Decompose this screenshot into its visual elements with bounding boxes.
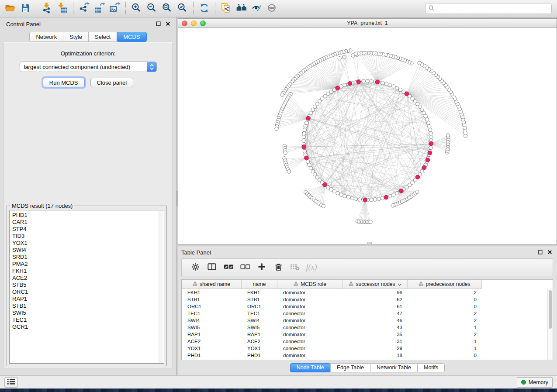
search-input[interactable]	[436, 4, 551, 13]
mcds-dominator-node[interactable]	[336, 86, 340, 90]
mcds-result-item[interactable]: SWI4	[12, 247, 164, 254]
network-node[interactable]	[381, 81, 384, 85]
deselect-all-rows-button[interactable]	[237, 260, 253, 275]
network-node[interactable]	[395, 191, 399, 195]
mcds-dominator-node[interactable]	[375, 80, 380, 84]
network-node[interactable]	[304, 121, 308, 124]
mcds-dominator-node[interactable]	[348, 82, 352, 86]
mcds-dominator-node[interactable]	[415, 175, 420, 179]
open-file-button[interactable]	[2, 2, 17, 16]
mcds-dominator-node[interactable]	[302, 144, 306, 149]
network-node[interactable]	[366, 79, 369, 83]
column-header-shared-name[interactable]: shared name	[182, 280, 242, 289]
network-node[interactable]	[369, 220, 372, 224]
mcds-dominator-node[interactable]	[422, 165, 426, 170]
mcds-dominator-node[interactable]	[405, 92, 409, 96]
tab-network[interactable]: Network	[29, 32, 63, 42]
mcds-result-item[interactable]: YOX1	[12, 240, 164, 247]
export-network-button[interactable]	[76, 2, 92, 16]
mcds-dominator-node[interactable]	[304, 156, 309, 160]
table-row[interactable]: PHD1PHD1dominator180	[182, 352, 553, 359]
export-image-button[interactable]	[107, 2, 122, 16]
window-close-button[interactable]	[182, 21, 187, 26]
mcds-result-item[interactable]: PMA2	[12, 261, 164, 268]
table-row[interactable]: ACE2ACE2connector311	[182, 338, 553, 345]
network-node[interactable]	[343, 55, 346, 59]
network-node[interactable]	[302, 131, 306, 135]
network-node[interactable]	[429, 131, 432, 135]
mcds-result-item[interactable]: ORC1	[12, 289, 164, 296]
network-node[interactable]	[338, 57, 341, 60]
create-new-column-button[interactable]	[253, 260, 270, 275]
mcds-dominator-node[interactable]	[426, 158, 430, 162]
network-node[interactable]	[428, 124, 431, 128]
mcds-dominator-node[interactable]	[363, 198, 367, 202]
mcds-result-list[interactable]: PHD1CAR1STP4TID3YOX1SWI4SRD1PMA2FKH1ACE2…	[9, 210, 164, 364]
first-neighbors-of-selected-button[interactable]	[234, 2, 249, 16]
table-row[interactable]: RAP1RAP1dominator352	[182, 331, 553, 338]
network-node[interactable]	[287, 170, 291, 173]
mcds-result-item[interactable]: ACE2	[12, 275, 164, 282]
split-handle[interactable]	[367, 242, 372, 245]
mcds-dominator-node[interactable]	[429, 141, 433, 146]
control-panel-close-icon[interactable]	[165, 21, 171, 27]
network-node[interactable]	[350, 196, 354, 200]
tab-edge-table[interactable]: Edge Table	[330, 363, 370, 372]
tab-node-table[interactable]: Node Table	[290, 363, 331, 372]
network-node[interactable]	[370, 198, 373, 202]
network-node[interactable]	[429, 135, 433, 139]
table-scrollbar-thumb[interactable]	[549, 290, 552, 329]
network-node[interactable]	[388, 83, 392, 87]
table-mode-button[interactable]	[187, 260, 204, 275]
network-node[interactable]	[332, 189, 336, 193]
mcds-result-item[interactable]: STB5	[12, 282, 164, 289]
zoom-fit-content-button[interactable]	[159, 2, 175, 16]
hide-graphics-details-button[interactable]	[249, 2, 264, 16]
network-node[interactable]	[303, 128, 306, 131]
network-node[interactable]	[429, 146, 432, 149]
network-node[interactable]	[343, 194, 346, 198]
run-mcds-button[interactable]: Run MCDS	[43, 78, 85, 87]
network-node[interactable]	[446, 134, 450, 137]
mcds-dominator-node[interactable]	[384, 195, 388, 199]
network-node[interactable]	[302, 135, 305, 139]
criterion-dropdown[interactable]: largest connected component (undirected)	[20, 62, 157, 72]
table-row[interactable]: FKH1FKH1dominator962	[182, 289, 553, 296]
tab-style[interactable]: Style	[63, 32, 89, 42]
network-node[interactable]	[398, 88, 402, 91]
network-node[interactable]	[322, 204, 325, 208]
table-row[interactable]: SWI5SWI5connector431	[182, 324, 553, 331]
control-panel-float-icon[interactable]	[156, 21, 161, 27]
network-node[interactable]	[329, 188, 333, 191]
column-header-name[interactable]: name	[242, 280, 277, 289]
network-node[interactable]	[280, 93, 284, 96]
mcds-dominator-node[interactable]	[306, 116, 311, 120]
network-node[interactable]	[377, 197, 381, 201]
network-node[interactable]	[426, 121, 430, 124]
mcds-result-item[interactable]: SWI5	[12, 309, 164, 316]
window-maximize-button[interactable]	[200, 21, 206, 26]
window-minimize-button[interactable]	[191, 21, 197, 26]
column-header-successor-nodes[interactable]: successor nodes	[343, 280, 408, 289]
result-list-scrollbar[interactable]	[159, 211, 163, 363]
network-node[interactable]	[343, 83, 346, 87]
table-row[interactable]: SWI4SWI4dominator462	[182, 317, 553, 324]
mcds-result-item[interactable]: TEC1	[12, 316, 164, 323]
table-panel-float-icon[interactable]	[537, 249, 543, 255]
network-node[interactable]	[275, 127, 278, 131]
network-node[interactable]	[358, 198, 361, 201]
network-node[interactable]	[392, 85, 395, 88]
network-node[interactable]	[362, 79, 365, 83]
mcds-result-item[interactable]: RAP1	[12, 296, 164, 303]
show-graphics-details-button[interactable]	[264, 2, 280, 16]
table-row[interactable]: STB1STB1dominator620	[182, 296, 553, 303]
network-node[interactable]	[392, 193, 395, 196]
network-node[interactable]	[346, 196, 350, 199]
tab-motifs[interactable]: Motifs	[417, 363, 445, 372]
table-panel-close-icon[interactable]	[547, 249, 553, 255]
network-node[interactable]	[336, 191, 339, 195]
delete-columns-button[interactable]	[270, 260, 287, 275]
mcds-result-item[interactable]: PHD1	[12, 212, 164, 219]
network-node[interactable]	[395, 86, 399, 89]
network-node[interactable]	[388, 194, 392, 198]
